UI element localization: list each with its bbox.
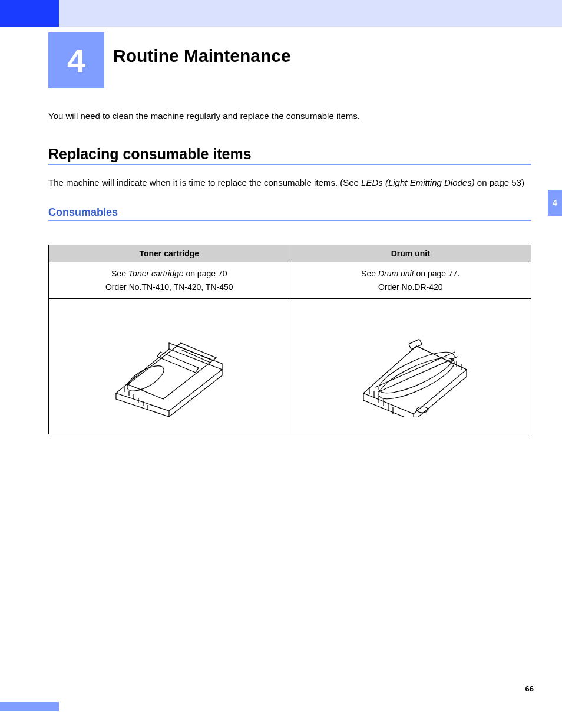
section-heading-replacing: Replacing consumable items: [48, 146, 531, 165]
section-paragraph: The machine will indicate when it is tim…: [48, 177, 531, 189]
section-text-part1: The machine will indicate when it is tim…: [48, 177, 361, 187]
side-chapter-tab[interactable]: 4: [548, 190, 562, 216]
chapter-title: Routine Maintenance: [113, 46, 291, 66]
svg-point-1: [374, 350, 459, 406]
toner-see-prefix: See: [111, 269, 128, 278]
table-header-row: Toner cartridge Drum unit: [49, 245, 531, 262]
drum-see-link[interactable]: Drum unit: [378, 269, 414, 278]
intro-paragraph: You will need to clean the machine regul…: [48, 111, 531, 121]
drum-unit-illustration: [334, 317, 487, 417]
toner-see-suffix: on page 70: [184, 269, 227, 278]
page-content: You will need to clean the machine regul…: [48, 111, 531, 434]
table-header-drum: Drum unit: [290, 245, 531, 262]
header-blue-accent: [0, 0, 59, 27]
side-tab-number: 4: [553, 198, 557, 207]
section-text-part2: on page 53): [475, 177, 524, 187]
footer-accent-bar: [0, 702, 59, 711]
table-info-row: See Toner cartridge on page 70 Order No.…: [49, 262, 531, 299]
table-image-row: [49, 299, 531, 434]
drum-see-suffix: on page 77.: [414, 269, 460, 278]
table-cell-drum-info: See Drum unit on page 77. Order No.DR-42…: [290, 262, 531, 299]
toner-cartridge-illustration: [92, 317, 246, 417]
header-light-accent: [59, 0, 562, 27]
consumables-table: Toner cartridge Drum unit See Toner cart…: [48, 245, 531, 434]
toner-order-number: Order No.TN-410, TN-420, TN-450: [105, 282, 233, 292]
chapter-number-block: 4: [48, 32, 104, 88]
section-text-link[interactable]: LEDs (Light Emitting Diodes): [361, 177, 475, 187]
table-cell-drum-image: [290, 299, 531, 434]
chapter-number: 4: [67, 41, 85, 80]
drum-order-number: Order No.DR-420: [378, 282, 443, 292]
table-cell-toner-info: See Toner cartridge on page 70 Order No.…: [49, 262, 290, 299]
toner-see-link[interactable]: Toner cartridge: [128, 269, 184, 278]
drum-see-prefix: See: [361, 269, 378, 278]
page-number: 66: [525, 684, 534, 693]
svg-point-0: [124, 361, 168, 396]
subsection-heading-consumables: Consumables: [48, 206, 531, 221]
table-header-toner: Toner cartridge: [49, 245, 290, 262]
table-cell-toner-image: [49, 299, 290, 434]
